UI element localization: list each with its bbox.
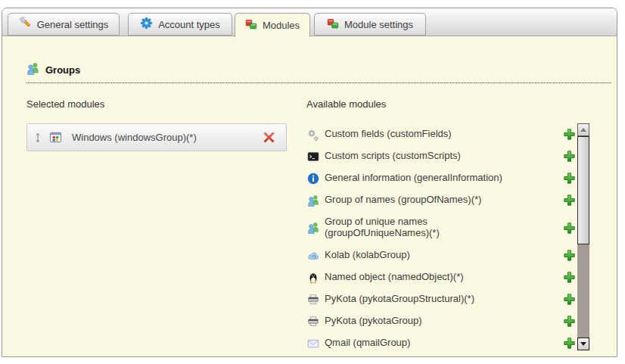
wrench-icon bbox=[19, 17, 32, 32]
printer-icon bbox=[306, 294, 319, 306]
add-module-button[interactable] bbox=[563, 194, 576, 207]
modules-icon bbox=[327, 17, 339, 32]
available-module-row: General information (generalInformation) bbox=[306, 167, 576, 189]
available-module-row: Kolab (kolabGroup) bbox=[306, 244, 576, 266]
envelope-icon bbox=[306, 338, 319, 350]
groups-section-header: Groups bbox=[26, 62, 611, 83]
available-module-row: PyKota (pykotaGroupStructural)(*) bbox=[306, 288, 576, 310]
module-label: General information (generalInformation) bbox=[325, 173, 502, 184]
tab-label: General settings bbox=[37, 19, 109, 30]
module-label: PyKota (pykotaGroup) bbox=[325, 316, 422, 327]
selected-modules-heading: Selected modules bbox=[26, 98, 104, 110]
scroll-down-button[interactable] bbox=[577, 338, 589, 350]
penguin-icon bbox=[306, 272, 319, 284]
tab-modules[interactable]: Modules bbox=[235, 13, 310, 37]
section-title: Groups bbox=[45, 64, 80, 76]
down-triangle-icon bbox=[580, 342, 586, 346]
tab-label: Modules bbox=[263, 20, 300, 31]
module-label: Qmail (qmailGroup) bbox=[325, 338, 410, 349]
available-module-row: Group of names (groupOfNames)(*) bbox=[306, 189, 576, 211]
scrollbar-thumb[interactable] bbox=[577, 136, 589, 244]
windows-icon bbox=[49, 131, 62, 144]
add-module-button[interactable] bbox=[563, 271, 576, 284]
available-module-row: Qmail (qmailGroup) bbox=[306, 332, 576, 354]
add-module-button[interactable] bbox=[563, 293, 576, 306]
add-module-button[interactable] bbox=[563, 128, 576, 141]
module-label: Kolab (kolabGroup) bbox=[325, 250, 410, 261]
module-label: Group of unique names (groupOfUniqueName… bbox=[325, 216, 495, 239]
cloud-icon bbox=[306, 250, 319, 262]
group-icon bbox=[306, 194, 319, 207]
add-module-button[interactable] bbox=[563, 249, 576, 262]
tab-module-settings[interactable]: Module settings bbox=[314, 13, 426, 36]
gear-icon bbox=[140, 17, 153, 32]
add-module-button[interactable] bbox=[563, 222, 576, 235]
add-module-button[interactable] bbox=[563, 172, 576, 185]
scroll-up-button[interactable] bbox=[577, 123, 589, 136]
remove-module-button[interactable] bbox=[263, 131, 275, 144]
printer-icon bbox=[306, 316, 319, 328]
available-modules-heading: Available modules bbox=[306, 98, 386, 110]
module-label: Group of names (groupOfNames)(*) bbox=[325, 194, 481, 206]
available-module-row: Group of unique names (groupOfUniqueName… bbox=[306, 211, 576, 244]
tab-general-settings[interactable]: General settings bbox=[8, 13, 120, 36]
modules-icon bbox=[245, 18, 257, 33]
module-label: Windows (windowsGroup)(*) bbox=[72, 132, 263, 143]
drag-handle[interactable] bbox=[33, 132, 42, 144]
available-modules-list: Custom fields (customFields) Custom scri… bbox=[306, 123, 576, 354]
info-icon bbox=[306, 173, 319, 185]
module-label: PyKota (pykotaGroupStructural)(*) bbox=[325, 294, 474, 305]
group-icon bbox=[306, 222, 319, 234]
available-module-row: Named object (namedObject)(*) bbox=[306, 266, 576, 288]
tab-label: Module settings bbox=[344, 19, 413, 30]
tab-account-types[interactable]: Account types bbox=[128, 13, 232, 36]
tab-label: Account types bbox=[158, 19, 220, 30]
available-module-row: Custom fields (customFields) bbox=[306, 123, 576, 145]
add-module-button[interactable] bbox=[563, 150, 576, 163]
module-label: Custom fields (customFields) bbox=[325, 129, 452, 140]
gears-icon bbox=[306, 129, 319, 141]
available-module-row: Custom scripts (customScripts) bbox=[306, 145, 576, 167]
groups-icon bbox=[26, 62, 39, 77]
scrollbar-track[interactable] bbox=[577, 123, 589, 350]
selected-module-row: Windows (windowsGroup)(*) bbox=[26, 123, 287, 151]
module-label: Named object (namedObject)(*) bbox=[325, 272, 464, 283]
module-label: Custom scripts (customScripts) bbox=[325, 151, 461, 162]
up-triangle-icon bbox=[580, 128, 586, 132]
available-module-row: PyKota (pykotaGroup) bbox=[306, 310, 576, 332]
add-module-button[interactable] bbox=[563, 337, 576, 350]
add-module-button[interactable] bbox=[563, 315, 576, 328]
terminal-icon bbox=[306, 151, 319, 163]
